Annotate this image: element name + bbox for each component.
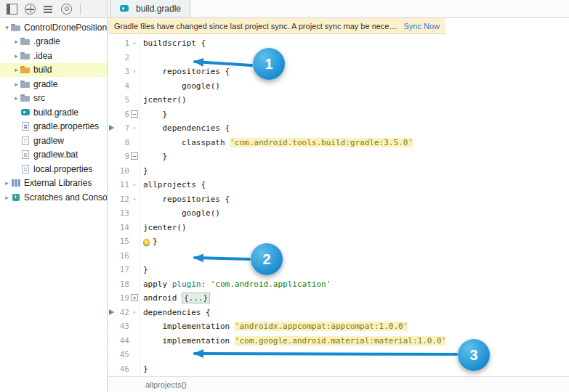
line-number[interactable]: 18 (115, 277, 129, 292)
globe-icon[interactable] (25, 4, 36, 15)
code-line-3[interactable]: 3▾ repositories { (108, 65, 569, 79)
line-number[interactable]: 2 (115, 51, 129, 65)
code-line-7[interactable]: 7▾ dependencies { (108, 121, 569, 136)
tree-item-src[interactable]: ▸src (0, 91, 107, 106)
sort-icon[interactable] (43, 4, 54, 15)
panel-structure-icon[interactable] (7, 4, 17, 15)
fold-spacer (129, 234, 140, 249)
run-gutter-icon[interactable] (108, 306, 115, 320)
code-line-15[interactable]: 15} (108, 234, 569, 249)
intention-bulb-icon[interactable] (143, 239, 150, 245)
code-segment: jcenter() (143, 223, 187, 232)
tree-item-gradlew[interactable]: gradlew (0, 134, 107, 148)
fold-open-icon[interactable]: ▾ (129, 192, 140, 207)
code-text: implementation 'com.google.android.mater… (140, 334, 446, 348)
tree-item-build[interactable]: ▸build (0, 63, 107, 78)
chevron-right-icon[interactable]: ▸ (12, 52, 20, 60)
code-line-16[interactable]: 16 (108, 249, 569, 264)
code-line-13[interactable]: 13 google() (108, 206, 569, 221)
tree-item-gradle[interactable]: ▸.gradle (0, 35, 107, 49)
line-number[interactable]: 42 (115, 306, 129, 320)
tab-build-gradle[interactable]: build.gradle (110, 0, 190, 17)
tree-item-scratches-and-consoles[interactable]: ▸Scratches and Consoles (0, 190, 107, 205)
chevron-right-icon[interactable]: ▸ (3, 179, 11, 187)
line-number[interactable]: 13 (115, 206, 129, 221)
line-number[interactable]: 15 (115, 234, 129, 249)
code-line-17[interactable]: 17} (108, 263, 569, 277)
line-number[interactable]: 12 (115, 192, 129, 207)
code-line-9[interactable]: 9− } (108, 150, 569, 164)
properties-file-icon (20, 164, 31, 174)
fold-open-icon[interactable]: ▾ (129, 36, 140, 51)
chevron-right-icon[interactable]: ▸ (12, 66, 20, 73)
code-line-45[interactable]: 45 (108, 348, 569, 362)
tree-item-gradle[interactable]: ▸gradle (0, 77, 107, 91)
code-line-10[interactable]: 10} (108, 164, 569, 179)
line-number[interactable]: 3 (115, 65, 129, 79)
line-number[interactable]: 11 (115, 178, 129, 192)
line-number[interactable]: 7 (115, 121, 129, 136)
fold-spacer (129, 164, 140, 179)
fold-open-icon[interactable]: ▾ (129, 306, 140, 320)
line-number[interactable]: 46 (115, 362, 129, 377)
fold-open-icon[interactable]: ▾ (129, 178, 140, 192)
code-segment: dependencies { (143, 308, 211, 317)
line-number[interactable]: 45 (115, 348, 129, 362)
code-line-19[interactable]: 19+android {...} (108, 291, 569, 306)
line-number[interactable]: 6 (115, 107, 129, 122)
code-line-2[interactable]: 2 (108, 51, 569, 65)
sync-now-link[interactable]: Sync Now (403, 22, 440, 30)
chevron-right-icon[interactable]: ▸ (12, 38, 20, 45)
fold-spacer (129, 136, 140, 150)
line-number[interactable]: 43 (115, 319, 129, 334)
fold-plusbox-icon[interactable]: + (129, 291, 140, 306)
code-line-8[interactable]: 8 classpath 'com.android.tools.build:gra… (108, 136, 569, 150)
code-line-11[interactable]: 11▾allprojects { (108, 178, 569, 192)
tree-item-controldroneposition[interactable]: ▾ControlDronePosition (0, 20, 107, 35)
run-gutter-icon[interactable] (108, 121, 115, 136)
chevron-right-icon[interactable]: ▸ (12, 81, 20, 88)
fold-endbox-icon[interactable]: − (129, 107, 140, 122)
code-line-43[interactable]: 43 implementation 'androidx.appcompat:ap… (108, 319, 569, 334)
line-number[interactable]: 14 (115, 221, 129, 235)
line-number[interactable]: 8 (115, 136, 129, 150)
fold-open-icon[interactable]: ▾ (129, 121, 140, 136)
tree-item-external-libraries[interactable]: ▸External Libraries (0, 176, 107, 191)
chevron-right-icon[interactable]: ▸ (3, 194, 11, 201)
code-segment: google() (143, 208, 220, 218)
line-number[interactable]: 16 (115, 249, 129, 264)
tree-item-idea[interactable]: ▸.idea (0, 49, 107, 63)
line-number[interactable]: 44 (115, 334, 129, 348)
code-line-14[interactable]: 14jcenter() (108, 221, 569, 235)
line-number[interactable]: 10 (115, 164, 129, 179)
line-number[interactable]: 9 (115, 150, 129, 164)
chevron-down-icon[interactable]: ▾ (3, 24, 11, 31)
breadcrumb[interactable]: allprojects{} (145, 380, 187, 389)
line-number[interactable]: 5 (115, 93, 129, 107)
chevron-right-icon[interactable]: ▸ (12, 94, 20, 102)
build-folder-icon (20, 65, 31, 75)
code-line-46[interactable]: 46} (108, 362, 569, 377)
line-number[interactable]: 19 (115, 291, 129, 306)
tree-item-label: Scratches and Consoles (24, 192, 107, 203)
code-line-12[interactable]: 12▾ repositories { (108, 192, 569, 207)
code-line-44[interactable]: 44 implementation 'com.google.android.ma… (108, 334, 569, 348)
code-line-42[interactable]: 42▾dependencies { (108, 306, 569, 320)
code-text: implementation 'androidx.appcompat:appco… (140, 319, 408, 334)
code-segment: } (143, 110, 167, 119)
tree-item-local-properties[interactable]: local.properties (0, 162, 107, 176)
code-line-4[interactable]: 4 google() (108, 79, 569, 94)
tree-item-build-gradle[interactable]: build.gradle (0, 105, 107, 120)
gear-icon[interactable] (61, 4, 72, 15)
code-line-6[interactable]: 6− } (108, 107, 569, 122)
tree-item-gradle-properties[interactable]: gradle.properties (0, 120, 107, 134)
code-line-18[interactable]: 18apply plugin: 'com.android.application… (108, 277, 569, 292)
code-line-5[interactable]: 5jcenter() (108, 93, 569, 107)
line-number[interactable]: 4 (115, 79, 129, 94)
tree-item-gradlew-bat[interactable]: gradlew.bat (0, 148, 107, 163)
line-number[interactable]: 17 (115, 263, 129, 277)
fold-open-icon[interactable]: ▾ (129, 65, 140, 79)
code-line-1[interactable]: 1▾buildscript { (108, 36, 569, 51)
fold-endbox-icon[interactable]: − (129, 150, 140, 164)
line-number[interactable]: 1 (115, 36, 129, 51)
